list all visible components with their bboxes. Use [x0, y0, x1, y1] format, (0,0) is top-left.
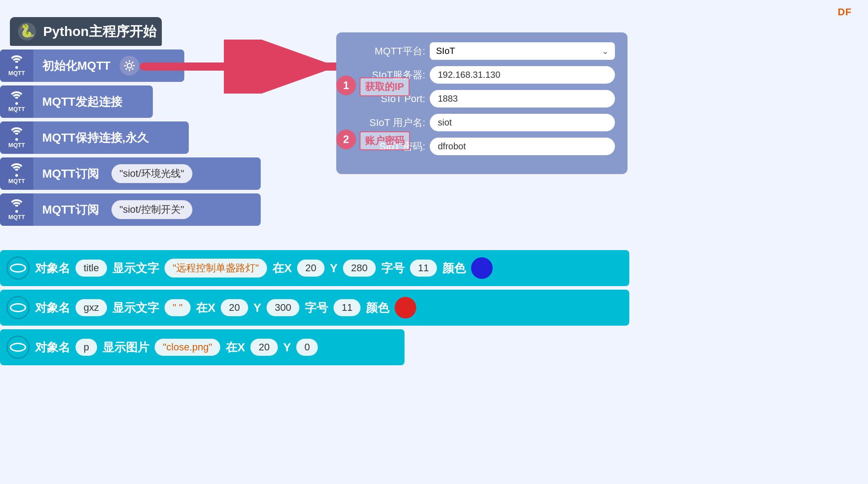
teal-text-1c: 在X — [272, 260, 292, 276]
wifi-icon-5 — [8, 199, 25, 213]
svg-line-10 — [125, 68, 127, 70]
teal-text-2b: 显示文字 — [112, 300, 159, 316]
teal-text-1e: 字号 — [381, 260, 405, 276]
teal-string-1: "远程控制单盏路灯" — [165, 259, 267, 278]
platform-select[interactable]: SIoT ⌄ — [430, 42, 615, 60]
svg-line-8 — [132, 68, 133, 70]
mqtt-keepalive-block: MQTT MQTT保持连接,永久 — [0, 121, 189, 154]
python-start-block: 🐍 Python主程序开始 — [10, 17, 162, 46]
color-dot-1 — [471, 257, 493, 279]
chevron-down-icon: ⌄ — [602, 46, 609, 56]
teal-blocks-container: 对象名 title 显示文字 "远程控制单盏路灯" 在X 20 Y 280 字号… — [0, 250, 629, 369]
mqtt-connect-block: MQTT MQTT发起连接 — [0, 85, 153, 118]
platform-row: MQTT平台: SIoT ⌄ — [349, 42, 615, 60]
mqtt-sub1-label: MQTT订阅 — [33, 166, 108, 182]
ellipse-icon-3 — [10, 343, 26, 352]
teal-string-2: " " — [165, 299, 191, 316]
teal-pill-title: title — [76, 260, 107, 277]
wifi-icon-3 — [8, 127, 25, 141]
teal-p-block: 对象名 p 显示图片 "close.png" 在X 20 Y 0 — [0, 329, 405, 365]
mqtt-blocks-container: MQTT 初始化MQTT — [0, 49, 261, 229]
brand-label: DF — [838, 6, 852, 18]
callout-label-1: 获取的IP — [360, 77, 410, 96]
mqtt-icon-area-5: MQTT — [0, 193, 33, 226]
mqtt-init-label: 初始化MQTT — [33, 58, 120, 74]
username-input[interactable]: siot — [430, 114, 615, 131]
port-input[interactable]: 1883 — [430, 90, 615, 108]
username-label: SIoT 用户名: — [349, 116, 425, 130]
mqtt-icon-area-2: MQTT — [0, 85, 33, 118]
teal-gxz-block: 对象名 gxz 显示文字 " " 在X 20 Y 300 字号 11 颜色 — [0, 290, 629, 326]
mqtt-icon-area-3: MQTT — [0, 121, 33, 154]
password-input[interactable]: dfrobot — [430, 138, 615, 155]
wifi-icon — [8, 55, 25, 69]
teal-x-3: 20 — [250, 339, 277, 356]
gear-icon — [123, 59, 136, 72]
mqtt-icon-area-4: MQTT — [0, 157, 33, 190]
teal-text-2f: 颜色 — [366, 300, 389, 316]
ellipse-icon-2 — [10, 303, 26, 312]
server-input[interactable]: 192.168.31.130 — [430, 66, 615, 84]
teal-y-3: 0 — [296, 339, 318, 356]
teal-font-2: 11 — [334, 299, 361, 316]
teal-text-1a: 对象名 — [35, 260, 70, 276]
teal-text-2d: Y — [254, 301, 261, 315]
wifi-icon-4 — [8, 163, 25, 177]
mqtt-sub1-topic: "siot/环境光线" — [111, 164, 192, 183]
svg-text:🐍: 🐍 — [19, 23, 35, 38]
callout-num-1: 1 — [343, 79, 349, 92]
teal-text-2c: 在X — [196, 300, 215, 316]
mqtt-sub2-label: MQTT订阅 — [33, 202, 108, 218]
gear-button[interactable] — [120, 56, 139, 76]
callout-badge-1: 1 — [336, 76, 356, 95]
ellipse-icon-1 — [10, 264, 26, 273]
teal-text-2e: 字号 — [305, 300, 328, 316]
teal-icon-1 — [6, 256, 30, 280]
svg-point-2 — [127, 63, 132, 68]
mqtt-sub2-block: MQTT MQTT订阅 "siot/控制开关" — [0, 193, 261, 226]
teal-text-1d: Y — [330, 261, 338, 275]
python-icon: 🐍 — [17, 22, 37, 41]
mqtt-icon-area: MQTT — [0, 49, 33, 82]
callout-label-2: 账户密码 — [360, 131, 410, 150]
teal-text-2a: 对象名 — [35, 300, 70, 316]
mqtt-init-block: MQTT 初始化MQTT — [0, 49, 184, 82]
username-row: SIoT 用户名: siot — [349, 114, 615, 131]
mqtt-sub2-topic: "siot/控制开关" — [111, 200, 192, 219]
teal-text-3b: 显示图片 — [102, 340, 149, 355]
teal-text-3d: Y — [283, 341, 291, 354]
teal-x-1: 20 — [297, 260, 324, 277]
platform-label: MQTT平台: — [349, 45, 425, 58]
teal-y-1: 280 — [343, 260, 376, 277]
teal-text-1f: 颜色 — [442, 260, 466, 276]
svg-line-7 — [125, 62, 127, 63]
teal-icon-3 — [6, 336, 30, 359]
mqtt-connect-label: MQTT发起连接 — [33, 94, 131, 110]
teal-text-3c: 在X — [226, 340, 245, 355]
teal-text-1b: 显示文字 — [112, 260, 159, 276]
teal-font-1: 11 — [410, 260, 437, 277]
color-dot-2 — [395, 297, 416, 318]
mqtt-config-panel: MQTT平台: SIoT ⌄ SIoT服务器: 192.168.31.130 S… — [336, 32, 628, 174]
teal-icon-2 — [6, 296, 30, 319]
teal-title-block: 对象名 title 显示文字 "远程控制单盏路灯" 在X 20 Y 280 字号… — [0, 250, 629, 286]
python-start-label: Python主程序开始 — [43, 22, 156, 41]
svg-line-9 — [132, 62, 133, 63]
teal-pill-gxz: gxz — [76, 299, 107, 316]
callout-badge-2: 2 — [336, 130, 356, 149]
platform-value: SIoT — [436, 46, 455, 56]
callout-num-2: 2 — [343, 133, 349, 146]
teal-pill-p: p — [76, 339, 97, 356]
teal-x-2: 20 — [221, 299, 248, 316]
teal-y-2: 300 — [267, 299, 299, 316]
teal-string-3: "close.png" — [155, 339, 220, 356]
mqtt-sub1-block: MQTT MQTT订阅 "siot/环境光线" — [0, 157, 261, 190]
mqtt-keepalive-label: MQTT保持连接,永久 — [33, 130, 158, 146]
teal-text-3a: 对象名 — [35, 340, 70, 355]
wifi-icon-2 — [8, 91, 25, 105]
